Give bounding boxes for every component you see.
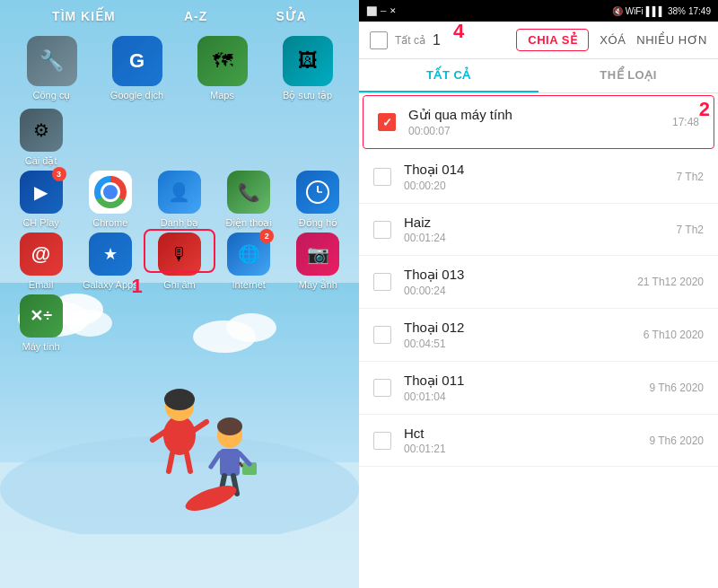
app-camera[interactable]: 📷 Máy ảnh <box>286 233 350 291</box>
settings-icon-img: ⚙ <box>20 109 63 152</box>
svg-point-14 <box>182 405 187 409</box>
app-internet[interactable]: 2 🌐 Internet <box>217 233 281 291</box>
delete-button[interactable]: XÓÁ <box>600 33 626 47</box>
signal-icon: ▌▌▌ <box>646 6 665 16</box>
maps-label: Maps <box>210 90 234 101</box>
maps-icon: 🗺 <box>197 36 248 86</box>
app-phone[interactable]: 📞 Điện thoại <box>217 171 281 229</box>
recording-item-1[interactable]: 2 Gửi qua máy tính 00:00:07 17:48 <box>363 95 714 149</box>
item-duration-5: 00:04:51 <box>404 338 644 350</box>
svg-point-12 <box>164 389 195 410</box>
tab-all[interactable]: TẤT CẢ <box>359 59 538 92</box>
recorder-label: Ghi âm <box>163 279 195 290</box>
minimize-icon: ─ <box>381 6 386 15</box>
status-right-icons: 🔇 WiFi ▌▌▌ 38% 17:49 <box>612 6 711 16</box>
app-clock[interactable]: Đồng hồ <box>286 171 350 229</box>
time-display: 17:49 <box>688 6 711 16</box>
item-duration-3: 00:01:24 <box>404 232 677 244</box>
internet-label: Internet <box>232 279 266 290</box>
tools-icon: 🔧 <box>27 36 77 86</box>
tab-category[interactable]: THỂ LOẠI <box>538 59 718 92</box>
edit-label[interactable]: SỬA <box>276 9 306 23</box>
item-info-6: Thoại 011 00:01:04 <box>404 373 650 403</box>
header-left: Tất cả 1 <box>370 31 441 49</box>
calculator-label: Máy tính <box>22 341 60 352</box>
header-actions: CHIA SẺ XÓÁ NHIỀU HƠN <box>516 29 707 51</box>
email-label: Email <box>29 279 54 290</box>
app-row-5: ✕÷ Máy tính <box>0 294 359 355</box>
app-row-3: 3 ▶ CH Play Chrome 👤 Danh bạ 📞 Điện thoạ… <box>0 171 359 233</box>
chrome-icon <box>89 171 132 214</box>
contacts-label: Danh bạ <box>161 217 198 229</box>
app-recorder[interactable]: 🎙 Ghi âm 1 <box>147 233 211 291</box>
item-name-4: Thoại 013 <box>404 267 637 283</box>
recording-panel: ⬜ ─ ✕ 🔇 WiFi ▌▌▌ 38% 17:49 Tất cả 1 4 CH… <box>359 0 718 588</box>
app-gdich[interactable]: G Google dịch <box>98 36 176 101</box>
app-email[interactable]: @ Email <box>9 233 73 291</box>
battery-level: 38% <box>668 6 686 16</box>
recording-item-5[interactable]: Thoại 012 00:04:51 6 Th10 2020 <box>359 309 718 362</box>
clock-icon <box>296 171 339 214</box>
phone-icon: 📞 <box>227 171 270 214</box>
app-tools[interactable]: 🔧 Công cụ <box>13 36 91 101</box>
checkbox-4[interactable] <box>373 273 391 291</box>
galaxy-label: Galaxy Apps <box>83 279 138 290</box>
app-chplay[interactable]: 3 ▶ CH Play <box>9 171 73 229</box>
collection-icon: 🖼 <box>283 36 333 86</box>
app-chrome[interactable]: Chrome <box>78 171 142 229</box>
item-date-2: 7 Th2 <box>677 171 704 183</box>
app-settings[interactable]: ⚙ Cài đặt <box>9 109 73 167</box>
item-date-5: 6 Th10 2020 <box>644 329 704 341</box>
az-label[interactable]: A-Z <box>184 9 207 23</box>
recorder-highlight <box>144 229 215 273</box>
app-maps[interactable]: 🗺 Maps <box>183 36 261 101</box>
gdich-icon: G <box>112 36 162 86</box>
recording-list: 2 Gửi qua máy tính 00:00:07 17:48 3 Thoạ… <box>359 93 718 588</box>
checkbox-7[interactable] <box>373 432 391 450</box>
contacts-icon: 👤 <box>158 171 201 214</box>
select-all-checkbox[interactable] <box>370 31 388 49</box>
item-name-5: Thoại 012 <box>404 320 644 336</box>
item-date-4: 21 Th12 2020 <box>637 276 704 288</box>
chrome-label: Chrome <box>92 217 127 228</box>
item-info-1: Gửi qua máy tính 00:00:07 <box>408 107 672 137</box>
svg-line-17 <box>169 453 172 471</box>
email-icon: @ <box>20 233 63 276</box>
chplay-label: CH Play <box>22 217 58 228</box>
recording-item-4[interactable]: Thoại 013 00:00:24 21 Th12 2020 <box>359 256 718 309</box>
internet-badge: 2 <box>259 229 274 243</box>
app-contacts[interactable]: 👤 Danh bạ <box>147 171 211 229</box>
internet-icon: 2 🌐 <box>227 233 270 276</box>
app-collection[interactable]: 🖼 Bộ sưu tập <box>268 36 346 101</box>
clock-label: Đồng hồ <box>299 217 337 229</box>
checkbox-3[interactable] <box>373 221 391 239</box>
recording-item-3[interactable]: Haiz 00:01:24 7 Th2 <box>359 204 718 256</box>
app-row-4: @ Email ★ Galaxy Apps 🎙 Ghi âm 1 2 🌐 I <box>0 233 359 294</box>
checkbox-5[interactable] <box>373 326 391 344</box>
recording-item-7[interactable]: Hct 00:01:21 9 Th6 2020 <box>359 415 718 467</box>
checkbox-2[interactable] <box>373 168 391 186</box>
item-duration-4: 00:00:24 <box>404 285 637 297</box>
item-info-5: Thoại 012 00:04:51 <box>404 320 644 350</box>
mute-icon: 🔇 <box>612 6 623 16</box>
recording-item-2[interactable]: 3 Thoại 014 00:00:20 7 Th2 <box>359 151 718 204</box>
search-label[interactable]: TÌM KIẾM <box>52 9 116 23</box>
item-info-2: Thoại 014 00:00:20 <box>404 162 677 192</box>
tab-bar: TẤT CẢ THỂ LOẠI <box>359 59 718 93</box>
item-date-1: 17:48 <box>672 116 699 128</box>
item-duration-2: 00:00:20 <box>404 180 677 192</box>
svg-point-13 <box>173 405 178 409</box>
annotation-4: 4 <box>453 20 464 43</box>
more-button[interactable]: NHIỀU HƠN <box>636 33 707 47</box>
item-duration-6: 00:01:04 <box>404 391 650 403</box>
app-calculator[interactable]: ✕÷ Máy tính <box>9 294 73 352</box>
app-row-1: 🔧 Công cụ G Google dịch 🗺 Maps 🖼 Bộ sưu … <box>0 32 359 105</box>
checkbox-1[interactable] <box>378 113 396 131</box>
item-name-6: Thoại 011 <box>404 373 650 389</box>
share-button[interactable]: CHIA SẺ <box>516 29 589 51</box>
item-date-7: 9 Th6 2020 <box>650 434 705 447</box>
recording-item-6[interactable]: Thoại 011 00:01:04 9 Th6 2020 <box>359 362 718 415</box>
checkbox-6[interactable] <box>373 379 391 397</box>
clock-svg <box>305 180 330 205</box>
calculator-icon: ✕÷ <box>20 294 63 338</box>
